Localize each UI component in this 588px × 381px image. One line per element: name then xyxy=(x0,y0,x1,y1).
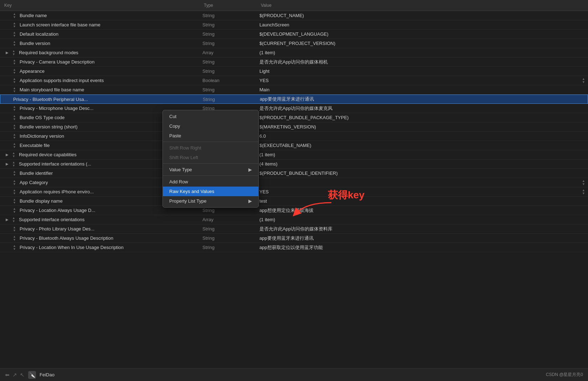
table-row[interactable]: ▶▲▼Required device capabilitiesArray(1 i… xyxy=(0,150,588,159)
sort-arrows[interactable]: ▲▼ xyxy=(12,152,15,158)
table-row[interactable]: ▶▲▼Required background modesArray(1 item… xyxy=(0,48,588,57)
cell-value: ▲▼ xyxy=(257,178,588,187)
menu-item-label: Value Type xyxy=(169,167,192,172)
table-row[interactable]: ▲▼App CategoryString▲▼ xyxy=(0,178,588,187)
table-row[interactable]: ▲▼Privacy - Microphone Usage Desc...Stri… xyxy=(0,104,588,113)
expand-chevron[interactable]: ▶ xyxy=(6,51,9,55)
table-row[interactable]: ▲▼Launch screen interface file base name… xyxy=(0,20,588,30)
key-label: App Category xyxy=(20,180,48,185)
app-icon: 🔪 xyxy=(28,371,36,379)
value-label: app要使用蓝牙来进行通讯 xyxy=(259,235,314,242)
expand-chevron[interactable]: ▶ xyxy=(6,218,9,222)
value-arrows[interactable]: ▲▼ xyxy=(582,189,585,195)
expand-chevron[interactable]: ▶ xyxy=(6,162,9,166)
sort-arrows[interactable]: ▲▼ xyxy=(13,170,16,177)
cell-value: app要使用蓝牙来进行通讯 xyxy=(257,95,588,103)
sort-arrows[interactable]: ▲▼ xyxy=(13,68,16,75)
sort-arrows[interactable]: ▲▼ xyxy=(13,179,16,186)
cell-type: String xyxy=(200,21,257,29)
key-label: Privacy - Location Always Usage D... xyxy=(20,208,95,213)
menu-item-property-list-type[interactable]: Property List Type▶ xyxy=(163,196,258,206)
menu-item-paste[interactable]: Paste xyxy=(163,131,258,141)
value-label: $(PRODUCT_BUNDLE_IDENTIFIER) xyxy=(259,171,338,176)
nav-icon-3[interactable]: ↖ xyxy=(20,372,25,378)
sort-arrows[interactable]: ▲▼ xyxy=(13,105,16,112)
key-label: Main storyboard file base name xyxy=(20,87,84,92)
sort-arrows[interactable]: ▲▼ xyxy=(13,12,16,19)
sort-arrows[interactable]: ▲▼ xyxy=(12,50,15,56)
sort-arrows[interactable]: ▲▼ xyxy=(13,40,16,47)
sort-arrows[interactable]: ▲▼ xyxy=(12,217,15,223)
nav-icon-1[interactable]: ⬅ xyxy=(5,372,10,378)
table-row[interactable]: ▲▼Privacy - Location When In Use Usage D… xyxy=(0,243,588,252)
menu-item-add-row[interactable]: Add Row xyxy=(163,177,258,187)
table-row[interactable]: ▲▼Application requires iPhone enviro...B… xyxy=(0,187,588,197)
menu-separator xyxy=(163,176,258,176)
table-row[interactable]: ▲▼Main storyboard file base nameStringMa… xyxy=(0,85,588,95)
sort-arrows[interactable]: ▲▼ xyxy=(13,31,16,37)
sort-arrows[interactable]: ▲▼ xyxy=(13,198,16,204)
context-menu: CutCopyPasteShift Row RightShift Row Lef… xyxy=(163,110,259,208)
table-row[interactable]: ▲▼Bundle versionString$(CURRENT_PROJECT_… xyxy=(0,39,588,48)
cell-value: (4 items) xyxy=(257,160,588,168)
value-arrows[interactable]: ▲▼ xyxy=(582,179,585,186)
type-label: String xyxy=(202,13,215,18)
key-label: Privacy - Bluetooth Always Usage Descrip… xyxy=(20,235,113,241)
table-row[interactable]: ▲▼Bundle OS Type codeString$(PRODUCT_BUN… xyxy=(0,113,588,122)
sort-arrows[interactable]: ▲▼ xyxy=(13,142,16,149)
table-row[interactable]: Privacy - Bluetooth Peripheral Usa...Str… xyxy=(0,95,588,104)
value-label: (1 item) xyxy=(259,152,275,157)
bottom-bar: ⬅ ↗ ↖ 🔪 FeiDao CSDN @星星月亮0 xyxy=(0,368,588,381)
table-row[interactable]: ▲▼Privacy - Bluetooth Always Usage Descr… xyxy=(0,234,588,243)
value-label: $(MARKETING_VERSION) xyxy=(259,124,316,129)
table-row[interactable]: ▲▼Bundle nameString$(PRODUCT_NAME) xyxy=(0,11,588,20)
cell-value: (1 item) xyxy=(257,151,588,158)
sort-arrows[interactable]: ▲▼ xyxy=(13,124,16,130)
bottom-bar-left: ⬅ ↗ ↖ 🔪 FeiDao xyxy=(5,371,55,379)
sort-arrows[interactable]: ▲▼ xyxy=(13,207,16,214)
cell-value: app要使用蓝牙来进行通讯 xyxy=(257,234,588,243)
menu-item-label: Add Row xyxy=(169,179,188,184)
type-label: Array xyxy=(202,217,213,222)
table-row[interactable]: ▲▼InfoDictionary versionString6.0 xyxy=(0,132,588,141)
type-label: String xyxy=(202,87,215,92)
key-label: Privacy - Microphone Usage Desc... xyxy=(20,106,93,111)
sort-arrows[interactable]: ▲▼ xyxy=(13,226,16,232)
expand-chevron[interactable]: ▶ xyxy=(6,153,9,157)
value-label: Main xyxy=(259,87,269,92)
menu-item-cut[interactable]: Cut xyxy=(163,112,258,121)
table-row[interactable]: ▲▼Bundle identifierString$(PRODUCT_BUNDL… xyxy=(0,169,588,178)
sort-arrows[interactable]: ▲▼ xyxy=(13,59,16,65)
sort-arrows[interactable]: ▲▼ xyxy=(13,77,16,84)
sort-arrows[interactable]: ▲▼ xyxy=(13,87,16,93)
table-row[interactable]: ▲▼Privacy - Camera Usage DescriptionStri… xyxy=(0,57,588,67)
type-label: String xyxy=(202,226,215,232)
cell-type: Array xyxy=(200,216,257,223)
bottom-bar-title: FeiDao xyxy=(40,372,55,377)
sort-arrows[interactable]: ▲▼ xyxy=(13,22,16,28)
table-row[interactable]: ▲▼Application supports indirect input ev… xyxy=(0,76,588,85)
table-row[interactable]: ▲▼Executable fileString$(EXECUTABLE_NAME… xyxy=(0,141,588,150)
table-row[interactable]: ▲▼Privacy - Photo Library Usage Des...St… xyxy=(0,224,588,234)
cell-value: $(MARKETING_VERSION) xyxy=(257,123,588,131)
sort-arrows[interactable]: ▲▼ xyxy=(12,161,15,167)
menu-item-raw-keys-and-values[interactable]: Raw Keys and Values xyxy=(163,187,258,196)
table-row[interactable]: ▲▼Bundle version string (short)String$(M… xyxy=(0,122,588,132)
menu-item-value-type[interactable]: Value Type▶ xyxy=(163,165,258,174)
table-row[interactable]: ▲▼Default localizationString$(DEVELOPMEN… xyxy=(0,30,588,39)
value-arrows[interactable]: ▲▼ xyxy=(582,77,585,84)
sort-arrows[interactable]: ▲▼ xyxy=(13,115,16,121)
nav-icon-2[interactable]: ↗ xyxy=(12,372,17,378)
annotation-arrow xyxy=(292,199,335,220)
menu-item-copy[interactable]: Copy xyxy=(163,121,258,131)
key-label: Privacy - Photo Library Usage Des... xyxy=(20,226,94,232)
sort-arrows[interactable]: ▲▼ xyxy=(13,235,16,242)
sort-arrows[interactable]: ▲▼ xyxy=(13,244,16,251)
sort-arrows[interactable]: ▲▼ xyxy=(13,133,16,139)
cell-key: ▲▼Main storyboard file base name xyxy=(0,86,200,94)
table-row[interactable]: ▲▼AppearanceStringLight xyxy=(0,67,588,76)
table-row[interactable]: ▶▲▼Supported interface orientations (...… xyxy=(0,159,588,169)
sort-arrows[interactable]: ▲▼ xyxy=(13,189,16,195)
key-label: Bundle identifier xyxy=(20,171,53,176)
value-label: 是否允许此App访问你的媒体资料库 xyxy=(259,226,332,232)
